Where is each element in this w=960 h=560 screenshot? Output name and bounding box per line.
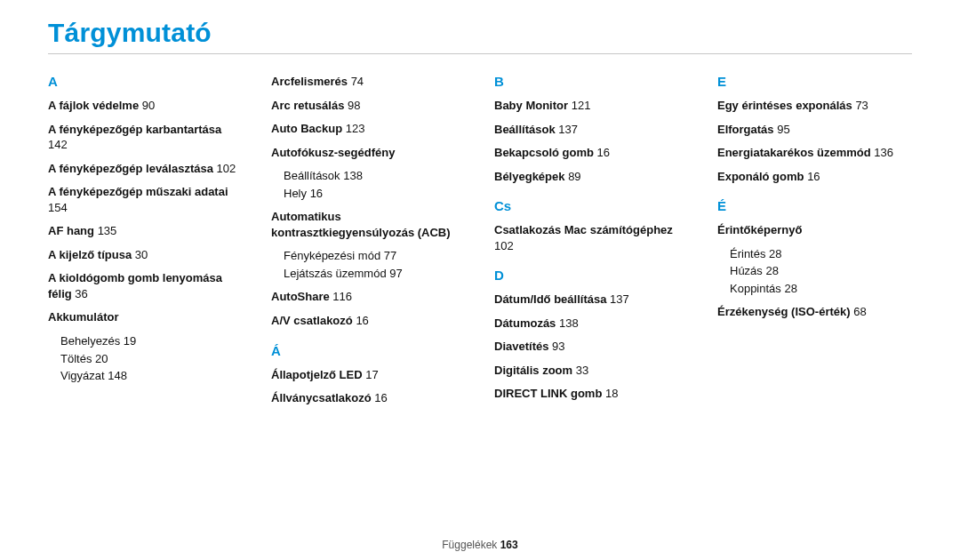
index-entry: A kioldógomb gomb lenyomása félig 36 <box>48 270 243 301</box>
index-entry: A kijelző típusa 30 <box>48 247 243 263</box>
index-entry: Állapotjelző LED 17 <box>271 367 466 383</box>
index-entry: Auto Backup 123 <box>271 121 466 137</box>
index-subentry: Vigyázat 148 <box>60 368 243 384</box>
index-entry: Automatikus kontrasztkiegyensúlyozás (AC… <box>271 209 466 240</box>
index-entry: AutoShare 116 <box>271 289 466 305</box>
index-entry: Bélyegképek 89 <box>494 169 689 185</box>
column-3: B Baby Monitor 121 Beállítások 137 Bekap… <box>494 74 689 414</box>
index-entry: Dátumozás 138 <box>494 316 689 332</box>
section-letter-d: D <box>494 268 689 283</box>
footer-page-number: 163 <box>500 539 518 551</box>
index-subentry: Fényképezési mód 77 <box>284 248 466 264</box>
index-subentry: Hely 16 <box>284 186 466 202</box>
index-entry: Autofókusz-segédfény <box>271 145 466 161</box>
index-entry: Egy érintéses exponálás 73 <box>717 98 912 114</box>
column-2: Arcfelismerés 74 Arc retusálás 98 Auto B… <box>271 74 466 414</box>
page-footer: Függelékek 163 <box>0 539 960 551</box>
section-letter-e-acute: É <box>717 198 912 213</box>
index-entry: Energiatakarékos üzemmód 136 <box>717 145 912 161</box>
index-subentry: Lejátszás üzemmód 97 <box>284 266 466 282</box>
index-subentry: Behelyezés 19 <box>60 333 243 349</box>
index-subentry: Érintés 28 <box>730 246 912 262</box>
index-entry: Bekapcsoló gomb 16 <box>494 145 689 161</box>
index-subentry: Töltés 20 <box>60 351 243 367</box>
index-entry: Beállítások 137 <box>494 122 689 138</box>
index-columns: A A fájlok védelme 90 A fényképezőgép ka… <box>48 74 912 414</box>
index-subentry: Húzás 28 <box>730 263 912 279</box>
index-entry: A fényképezőgép leválasztása 102 <box>48 161 243 177</box>
section-letter-a-acute: Á <box>271 343 466 358</box>
index-subentry: Beállítások 138 <box>284 168 466 184</box>
index-entry: Állványcsatlakozó 16 <box>271 390 466 406</box>
index-entry: A fájlok védelme 90 <box>48 98 243 114</box>
index-entry: Érintőképernyő <box>717 222 912 238</box>
index-entry: Digitális zoom 33 <box>494 363 689 379</box>
index-page: Tárgymutató A A fájlok védelme 90 A fény… <box>0 0 960 560</box>
horizontal-rule <box>48 53 912 54</box>
index-entry: AF hang 135 <box>48 223 243 239</box>
column-1: A A fájlok védelme 90 A fényképezőgép ka… <box>48 74 243 414</box>
index-entry: A fényképezőgép karbantartása 142 <box>48 122 243 153</box>
index-entry: Dátum/Idő beállítása 137 <box>494 292 689 308</box>
index-entry: Baby Monitor 121 <box>494 98 689 114</box>
index-entry: Akkumulátor <box>48 309 243 325</box>
index-entry: Diavetítés 93 <box>494 339 689 355</box>
section-letter-cs: Cs <box>494 198 689 213</box>
index-entry: Elforgatás 95 <box>717 122 912 138</box>
index-entry: Exponáló gomb 16 <box>717 169 912 185</box>
footer-label: Függelékek <box>442 539 497 551</box>
index-entry: A/V csatlakozó 16 <box>271 313 466 329</box>
index-entry: Csatlakozás Mac számítógéphez 102 <box>494 222 689 253</box>
section-letter-b: B <box>494 74 689 89</box>
index-entry: A fényképezőgép műszaki adatai 154 <box>48 184 243 215</box>
page-title: Tárgymutató <box>48 18 912 48</box>
section-letter-a: A <box>48 74 243 89</box>
index-entry: DIRECT LINK gomb 18 <box>494 386 689 402</box>
index-entry: Arcfelismerés 74 <box>271 74 466 90</box>
section-letter-e: E <box>717 74 912 89</box>
index-entry: Érzékenység (ISO-érték) 68 <box>717 304 912 320</box>
column-4: E Egy érintéses exponálás 73 Elforgatás … <box>717 74 912 414</box>
index-subentry: Koppintás 28 <box>730 281 912 297</box>
index-entry: Arc retusálás 98 <box>271 98 466 114</box>
